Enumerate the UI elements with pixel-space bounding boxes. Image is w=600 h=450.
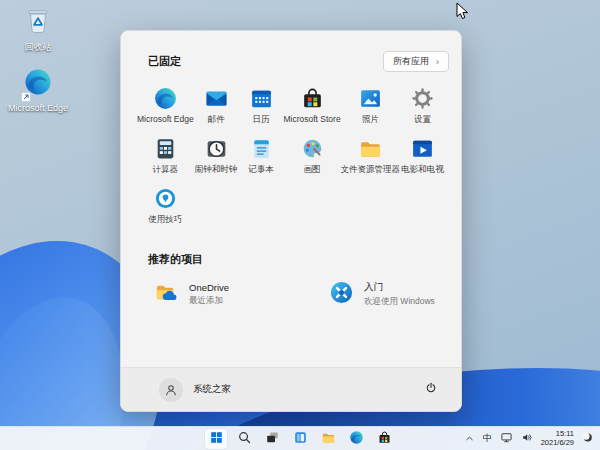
recommended-heading: 推荐的项目 bbox=[148, 252, 461, 267]
pinned-app-microsoft-store[interactable]: Microsoft Store bbox=[283, 80, 340, 130]
speaker-icon bbox=[521, 430, 534, 448]
widgets-icon bbox=[293, 430, 308, 448]
pinned-app-tips[interactable]: 使用技巧 bbox=[137, 180, 194, 230]
recommended-item-title: 入门 bbox=[364, 281, 435, 294]
pinned-app-notepad[interactable]: 记事本 bbox=[239, 130, 284, 180]
notepad-icon bbox=[248, 135, 274, 161]
taskbar-task-view-button[interactable] bbox=[261, 429, 283, 449]
pinned-app-label: 照片 bbox=[362, 114, 379, 126]
pinned-app-label: 邮件 bbox=[208, 114, 225, 126]
chevron-up-icon bbox=[464, 430, 475, 448]
settings-gear-icon bbox=[410, 85, 436, 111]
calendar-icon bbox=[248, 85, 274, 111]
focus-assist-button[interactable] bbox=[580, 429, 595, 449]
user-avatar-icon bbox=[159, 378, 183, 402]
hidden-icons-button[interactable] bbox=[463, 429, 476, 449]
start-icon bbox=[209, 430, 224, 448]
pinned-app-calendar[interactable]: 日历 bbox=[239, 80, 284, 130]
pinned-app-calculator[interactable]: 计算器 bbox=[137, 130, 194, 180]
taskbar: 中 15:11 2021/6/29 bbox=[0, 426, 600, 450]
power-button[interactable] bbox=[417, 377, 445, 403]
network-icon bbox=[500, 430, 513, 448]
file-explorer-icon bbox=[357, 135, 383, 161]
pinned-app-label: 电影和电视 bbox=[401, 164, 444, 176]
ime-indicator[interactable]: 中 bbox=[482, 429, 493, 449]
desktop-icon-label: Microsoft Edge bbox=[8, 103, 68, 114]
pinned-app-settings[interactable]: 设置 bbox=[400, 80, 445, 130]
desktop-icon-area: 回收站 Microsoft Edge bbox=[6, 6, 70, 128]
start-menu-footer: 系统之家 bbox=[121, 367, 461, 411]
recommended-item-get-started[interactable]: 入门 欢迎使用 Windows bbox=[322, 275, 445, 314]
ime-label: 中 bbox=[483, 432, 492, 445]
pinned-app-label: 文件资源管理器 bbox=[341, 164, 401, 176]
task-view-icon bbox=[265, 430, 280, 448]
desktop-icon-label: 回收站 bbox=[25, 42, 52, 53]
user-name: 系统之家 bbox=[193, 383, 231, 396]
pinned-app-paint[interactable]: 画图 bbox=[283, 130, 340, 180]
moon-icon bbox=[581, 430, 594, 448]
search-icon bbox=[237, 430, 252, 448]
file-explorer-icon bbox=[321, 430, 336, 448]
pinned-app-label: 记事本 bbox=[248, 164, 274, 176]
pinned-app-file-explorer[interactable]: 文件资源管理器 bbox=[341, 130, 401, 180]
movies-tv-icon bbox=[410, 135, 436, 161]
pinned-app-microsoft-edge[interactable]: Microsoft Edge bbox=[137, 80, 194, 130]
edge-icon bbox=[23, 67, 53, 101]
taskbar-file-explorer-button[interactable] bbox=[317, 429, 339, 449]
recycle-bin-icon bbox=[24, 6, 52, 40]
pinned-apps-grid: Microsoft Edge 邮件 bbox=[137, 80, 445, 230]
taskbar-start-button[interactable] bbox=[205, 429, 227, 449]
mail-icon bbox=[203, 85, 229, 111]
taskbar-store-button[interactable] bbox=[373, 429, 395, 449]
alarm-clock-icon bbox=[203, 135, 229, 161]
recommended-item-subtitle: 欢迎使用 Windows bbox=[364, 296, 435, 308]
pinned-app-movies-tv[interactable]: 电影和电视 bbox=[400, 130, 445, 180]
photos-icon bbox=[357, 85, 383, 111]
chevron-right-icon: › bbox=[436, 57, 439, 67]
pinned-app-label: 画图 bbox=[304, 164, 321, 176]
pinned-app-mail[interactable]: 邮件 bbox=[194, 80, 239, 130]
taskbar-edge-button[interactable] bbox=[345, 429, 367, 449]
paint-palette-icon bbox=[299, 135, 325, 161]
pinned-app-photos[interactable]: 照片 bbox=[341, 80, 401, 130]
pinned-app-label: Microsoft Store bbox=[283, 114, 340, 124]
pinned-app-label: 使用技巧 bbox=[148, 214, 182, 226]
taskbar-center-icons bbox=[205, 429, 395, 449]
pinned-app-alarms-clock[interactable]: 闹钟和时钟 bbox=[194, 130, 239, 180]
recommended-item-subtitle: 最近添加 bbox=[189, 295, 229, 307]
power-icon bbox=[424, 381, 438, 399]
start-menu: 已固定 所有应用 › Microsoft Edge bbox=[120, 30, 462, 412]
network-button[interactable] bbox=[499, 429, 514, 449]
pinned-heading: 已固定 bbox=[148, 54, 181, 69]
pinned-app-label: 日历 bbox=[253, 114, 270, 126]
recommended-item-title: OneDrive bbox=[189, 282, 229, 293]
volume-button[interactable] bbox=[520, 429, 535, 449]
tray-date: 2021/6/29 bbox=[541, 439, 574, 448]
desktop-icon-edge[interactable]: Microsoft Edge bbox=[6, 67, 70, 114]
store-icon bbox=[299, 85, 325, 111]
mouse-cursor bbox=[456, 2, 469, 25]
edge-icon bbox=[152, 85, 178, 111]
taskbar-widgets-button[interactable] bbox=[289, 429, 311, 449]
recommended-items: OneDrive 最近添加 入门 bbox=[147, 275, 445, 314]
calculator-icon bbox=[152, 135, 178, 161]
edge-icon bbox=[349, 430, 364, 448]
pinned-app-label: 闹钟和时钟 bbox=[195, 164, 238, 176]
shortcut-arrow-icon bbox=[21, 92, 31, 102]
taskbar-search-button[interactable] bbox=[233, 429, 255, 449]
pinned-section-header: 已固定 所有应用 › bbox=[121, 31, 461, 72]
pinned-app-label: 设置 bbox=[414, 114, 431, 126]
pinned-app-label: 计算器 bbox=[153, 164, 179, 176]
all-apps-label: 所有应用 bbox=[393, 55, 429, 68]
all-apps-button[interactable]: 所有应用 › bbox=[383, 51, 449, 72]
store-icon bbox=[377, 430, 392, 448]
desktop-icon-recycle-bin[interactable]: 回收站 bbox=[6, 6, 70, 53]
user-profile-button[interactable]: 系统之家 bbox=[151, 374, 239, 406]
pinned-app-label: Microsoft Edge bbox=[137, 114, 194, 124]
get-started-icon bbox=[328, 279, 355, 310]
recommended-item-onedrive[interactable]: OneDrive 最近添加 bbox=[147, 275, 322, 314]
onedrive-icon bbox=[153, 279, 180, 310]
clock[interactable]: 15:11 2021/6/29 bbox=[541, 430, 574, 447]
system-tray: 中 15:11 2021/6/29 bbox=[463, 427, 600, 450]
tips-bulb-icon bbox=[152, 185, 178, 211]
